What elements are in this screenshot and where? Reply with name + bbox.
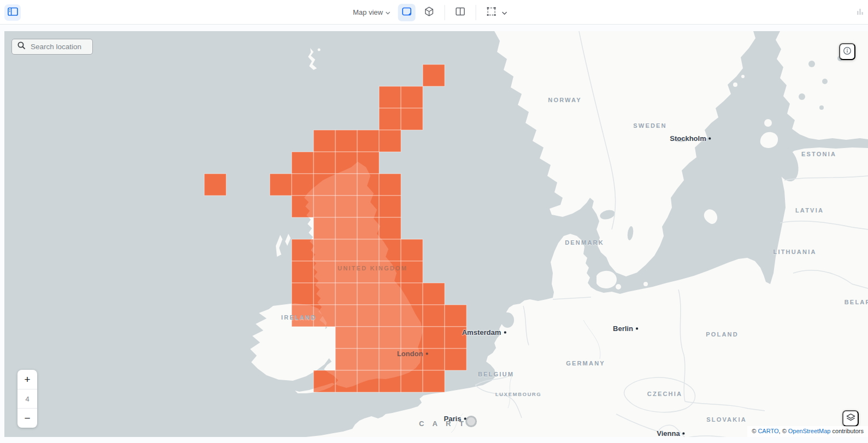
map-view-dropdown[interactable]: Map view (353, 8, 391, 16)
ijsselmeer (501, 312, 514, 328)
archipelago-islet (733, 82, 737, 87)
lake-malaren (674, 138, 688, 142)
grid-cell (445, 349, 467, 370)
grid-cell (423, 283, 445, 305)
split-view-icon (455, 6, 466, 19)
attribution-middle: , © (779, 428, 788, 434)
land-hiiumaa (764, 119, 772, 127)
grid-cell (423, 370, 445, 392)
grid-cell (270, 174, 292, 196)
grid-cell (379, 217, 401, 239)
select-area-options-button[interactable] (500, 4, 510, 21)
finnish-lake (822, 79, 828, 84)
grid-cell (292, 239, 314, 261)
map-view-label: Map view (353, 8, 383, 16)
grid-cell (445, 327, 467, 349)
layers-icon (846, 412, 856, 424)
zoom-level: 4 (17, 389, 37, 409)
attribution-suffix: contributors (830, 428, 864, 434)
sidebar-toggle-button[interactable] (4, 4, 21, 21)
archipelago-islet (708, 106, 712, 109)
map-2d-icon (401, 6, 412, 19)
finnish-lake (799, 93, 805, 100)
grid-cell (292, 152, 314, 174)
grid-cell (204, 174, 226, 196)
grid-cell (401, 239, 423, 261)
info-button[interactable] (839, 43, 855, 60)
grid-cell (379, 174, 401, 196)
zoom-control: + 4 − (17, 370, 37, 428)
grid-cell (292, 261, 314, 283)
grid-cell (423, 349, 445, 370)
finnish-lake (819, 105, 824, 110)
grid-cell (379, 86, 401, 108)
archipelago-islet (741, 75, 745, 78)
carto-attribution-link[interactable]: CARTO (758, 428, 778, 434)
zoom-in-button[interactable]: + (17, 370, 37, 389)
top-toolbar: Map view (0, 0, 868, 25)
map-attribution: © CARTO, © OpenStreetMap contributors (747, 426, 868, 437)
cube-3d-icon (424, 6, 435, 19)
caret-down-icon (502, 8, 507, 16)
grid-cell (401, 86, 423, 108)
map-3d-view-button[interactable] (421, 4, 438, 21)
archipelago-islet (716, 99, 719, 103)
marquee-select-icon (486, 6, 497, 19)
grid-cell (401, 261, 423, 283)
grid-cell (423, 327, 445, 349)
grid-cell (379, 108, 401, 130)
grid-cell (357, 130, 379, 152)
map-2d-view-button[interactable] (398, 4, 416, 21)
grid-cell (314, 130, 335, 152)
toolbar-divider (476, 5, 476, 20)
sidebar-toggle-icon (8, 7, 18, 18)
grid-cell (423, 64, 445, 86)
land-funen (575, 272, 587, 284)
info-icon (842, 46, 852, 57)
land-bornholm (643, 282, 648, 286)
select-area-button[interactable] (483, 4, 500, 21)
search-input[interactable] (31, 43, 91, 51)
grid-cell (292, 283, 314, 305)
grid-cell (445, 305, 467, 327)
split-view-button[interactable] (452, 4, 469, 21)
grid-cell (379, 196, 401, 217)
grid-cell (401, 108, 423, 130)
grid-cell (314, 152, 335, 174)
caret-down-icon (386, 8, 391, 16)
zoom-out-button[interactable]: − (17, 409, 37, 428)
grid-cell (379, 130, 401, 152)
osm-attribution-link[interactable]: OpenStreetMap (788, 428, 831, 434)
land-island (616, 284, 621, 290)
view-toolbar: Map view (353, 0, 510, 25)
mini-chart-button[interactable] (856, 9, 864, 16)
search-box (11, 39, 93, 55)
layers-button[interactable] (842, 410, 859, 427)
archipelago-islet (725, 91, 728, 94)
grid-cell (335, 130, 357, 152)
land-zealand (597, 271, 617, 288)
land-islet (318, 49, 321, 51)
mini-chart-icon (857, 8, 864, 17)
toolbar-divider (445, 5, 445, 20)
finnish-lake (808, 61, 815, 67)
grid-cell (423, 305, 445, 327)
attribution-prefix: © (752, 428, 758, 434)
search-icon (17, 42, 26, 52)
map-canvas[interactable]: NORWAYSWEDENStockholmESTONIALATVIALITHUA… (4, 31, 868, 437)
basemap (4, 31, 868, 437)
